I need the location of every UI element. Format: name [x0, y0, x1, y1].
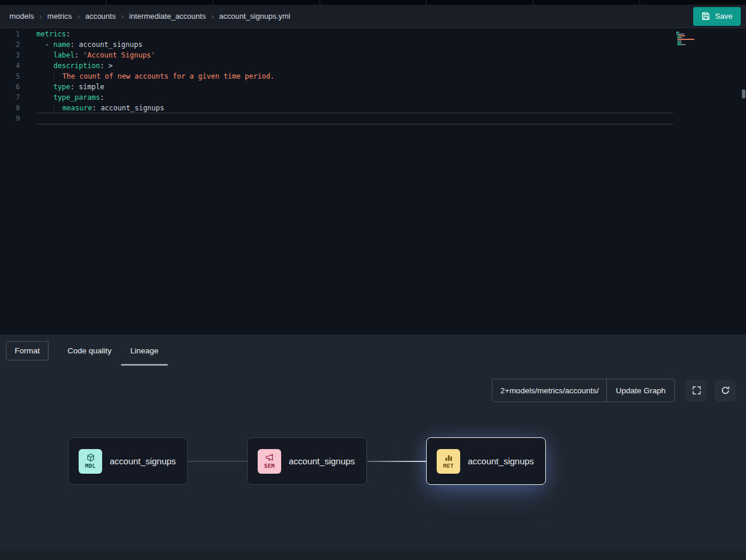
- top-tab[interactable]: [320, 0, 426, 5]
- update-graph-button[interactable]: Update Graph: [606, 379, 674, 402]
- line-number: 2: [0, 39, 20, 50]
- node-label: account_signups: [468, 456, 534, 466]
- lineage-node-mdl[interactable]: MDLaccount_signups: [68, 437, 188, 485]
- top-tab[interactable]: [640, 0, 746, 5]
- top-tab-strip: [0, 0, 746, 5]
- save-button-label: Save: [715, 12, 733, 21]
- editor-line[interactable]: 6 type: simple: [0, 82, 746, 92]
- bar-chart-icon: MET: [437, 449, 460, 474]
- breadcrumb: models›metrics›accounts›intermediate_acc…: [9, 12, 291, 21]
- save-icon: [701, 12, 710, 21]
- divider: [48, 339, 48, 362]
- chevron-right-icon: ›: [77, 12, 80, 21]
- editor-line[interactable]: 3 label: 'Account Signups': [0, 50, 746, 60]
- editor-line[interactable]: 2 - name: account_signups: [0, 39, 746, 50]
- code-text: measure: account_signups: [36, 103, 673, 113]
- chevron-right-icon: ›: [121, 12, 124, 21]
- megaphone-icon: SEM: [258, 449, 281, 474]
- breadcrumb-item[interactable]: metrics: [48, 12, 72, 21]
- app-root: models›metrics›accounts›intermediate_acc…: [0, 0, 746, 560]
- line-number: 4: [0, 60, 20, 71]
- editor-line[interactable]: 1metrics:: [0, 29, 746, 39]
- breadcrumb-item[interactable]: account_signups.yml: [219, 12, 290, 21]
- breadcrumb-bar: models›metrics›accounts›intermediate_acc…: [0, 5, 746, 28]
- node-type-badge: MET: [443, 463, 454, 469]
- fullscreen-icon: [692, 386, 701, 395]
- minimap: [676, 32, 710, 48]
- code-text: label: 'Account Signups': [36, 50, 673, 60]
- code-text: type_params:: [36, 92, 673, 103]
- line-number: 1: [0, 29, 20, 39]
- tab-code-quality[interactable]: Code quality: [67, 335, 112, 366]
- lineage-edge: [367, 461, 426, 462]
- code-text: The count of new accounts for a given ti…: [36, 71, 673, 82]
- line-number: 8: [0, 103, 20, 113]
- tab-lineage[interactable]: Lineage: [130, 335, 158, 366]
- editor-line[interactable]: 4 description: >: [0, 60, 746, 71]
- node-label: account_signups: [110, 456, 176, 466]
- code-text: description: >: [36, 60, 673, 71]
- node-type-badge: MDL: [85, 463, 96, 469]
- breadcrumb-item[interactable]: models: [9, 12, 34, 21]
- code-text: type: simple: [36, 82, 673, 92]
- refresh-button[interactable]: [714, 380, 736, 402]
- cube-icon: MDL: [79, 449, 102, 474]
- top-tab[interactable]: [107, 0, 212, 5]
- selector-group: 2+models/metrics/accounts/ Update Graph: [492, 379, 675, 402]
- editor-line[interactable]: 7 type_params:: [0, 92, 746, 103]
- top-tab[interactable]: [427, 0, 532, 5]
- code-text: - name: account_signups: [36, 39, 673, 50]
- line-number: 7: [0, 92, 20, 103]
- fullscreen-button[interactable]: [686, 380, 707, 402]
- code-text: metrics:: [36, 29, 673, 39]
- code-text: [36, 113, 673, 124]
- node-label: account_signups: [289, 456, 355, 466]
- graph-controls: 2+models/metrics/accounts/ Update Graph: [492, 379, 736, 402]
- editor-line[interactable]: 8 measure: account_signups: [0, 103, 746, 113]
- editor-line[interactable]: 9: [0, 113, 746, 124]
- lineage-node-met[interactable]: METaccount_signups: [426, 437, 546, 485]
- breadcrumb-item[interactable]: accounts: [85, 12, 116, 21]
- lineage-selector-input[interactable]: 2+models/metrics/accounts/: [492, 379, 606, 402]
- panel-tabs: Code qualityLineage: [67, 335, 158, 366]
- line-number: 6: [0, 82, 20, 92]
- footer-strip: [0, 551, 746, 560]
- format-button[interactable]: Format: [6, 341, 49, 360]
- top-tab[interactable]: [0, 0, 106, 5]
- line-number: 9: [0, 113, 20, 124]
- line-number: 3: [0, 50, 20, 60]
- scrollbar-thumb[interactable]: [742, 89, 745, 99]
- editor-line[interactable]: 5 The count of new accounts for a given …: [0, 71, 746, 82]
- top-tab[interactable]: [534, 0, 639, 5]
- code-editor[interactable]: 1metrics:2 - name: account_signups3 labe…: [0, 28, 746, 335]
- top-tab[interactable]: [214, 0, 319, 5]
- bottom-panel: Format Code qualityLineage 2+models/metr…: [0, 335, 746, 560]
- editor-scrollbar[interactable]: [741, 28, 746, 335]
- editor-lines: 1metrics:2 - name: account_signups3 labe…: [0, 29, 746, 124]
- breadcrumb-item[interactable]: intermediate_accounts: [129, 12, 206, 21]
- chevron-right-icon: ›: [39, 12, 42, 21]
- line-number: 5: [0, 71, 20, 82]
- chevron-right-icon: ›: [211, 12, 214, 21]
- lineage-node-sem[interactable]: SEMaccount_signups: [247, 437, 367, 485]
- node-type-badge: SEM: [264, 463, 275, 469]
- save-button[interactable]: Save: [693, 7, 741, 26]
- refresh-icon: [721, 386, 730, 395]
- lineage-edge: [188, 461, 247, 462]
